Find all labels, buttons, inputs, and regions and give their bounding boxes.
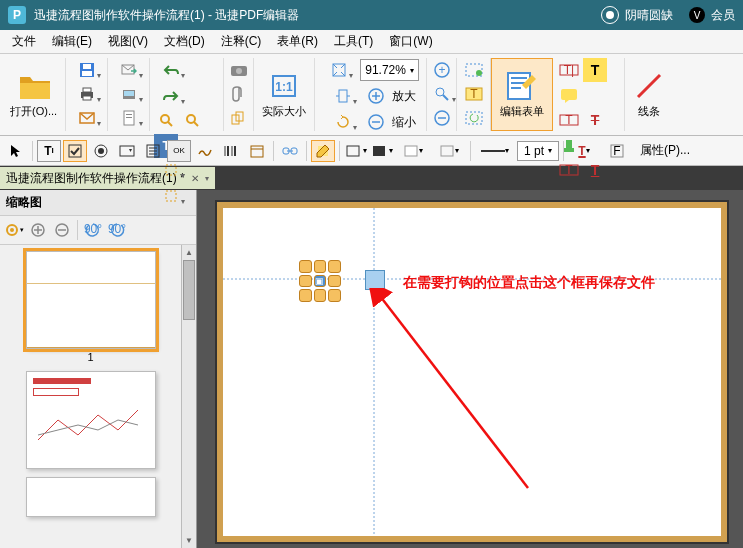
search2-button[interactable]	[180, 108, 204, 132]
edit-form-button[interactable]: 编辑表单	[496, 59, 548, 130]
print-button[interactable]	[70, 82, 104, 106]
barcode-tool[interactable]	[219, 140, 243, 162]
menu-comment[interactable]: 注释(C)	[215, 31, 268, 52]
group-capture	[224, 58, 254, 131]
search-button[interactable]	[154, 108, 178, 132]
menu-edit[interactable]: 编辑(E)	[46, 31, 98, 52]
svg-point-13	[161, 115, 169, 123]
fit-button[interactable]	[322, 58, 356, 82]
highlight-tool[interactable]	[311, 140, 335, 162]
rotate-ccw-icon[interactable]: 90°	[82, 219, 104, 241]
user-icon	[601, 6, 619, 24]
text-tool[interactable]: TI	[37, 140, 61, 162]
svg-text:T: T	[565, 113, 573, 127]
form-checkbox-field[interactable]	[365, 270, 385, 290]
panel-settings-icon[interactable]: ▾	[3, 219, 25, 241]
zoom-plus-button[interactable]: +	[430, 58, 454, 82]
svg-line-93	[380, 296, 528, 488]
actual-size-button[interactable]: 1:1 实际大小	[258, 58, 310, 130]
comment-yellow-icon[interactable]	[557, 84, 581, 108]
lines-button[interactable]: 线条	[629, 58, 669, 130]
rotate-cw-icon[interactable]: 90°	[106, 219, 128, 241]
panel-scrollbar[interactable]: ▲ ▼	[181, 245, 196, 548]
bg-color-tool[interactable]: ▾	[396, 140, 430, 162]
text-frame-icon[interactable]: T	[557, 158, 581, 182]
rotate-button[interactable]	[326, 110, 360, 134]
dropdown-tool[interactable]	[115, 140, 139, 162]
svg-line-35	[443, 95, 448, 100]
reset-form-icon[interactable]	[462, 106, 486, 130]
menu-tools[interactable]: 工具(T)	[328, 31, 379, 52]
scroll-down-icon[interactable]: ▼	[182, 533, 196, 548]
annotation-arrow	[368, 288, 548, 498]
svg-text:F: F	[613, 144, 620, 158]
zoom-arrow-button[interactable]	[425, 82, 459, 106]
thumbnail-page-1[interactable]	[26, 251, 156, 349]
text-yellow-icon[interactable]: T	[583, 58, 607, 82]
group-zoom: 91.72%▾ 放大 缩小	[315, 58, 427, 131]
svg-rect-78	[441, 146, 453, 156]
font-tool[interactable]: F	[602, 140, 632, 162]
style-tool[interactable]: ▾	[432, 140, 466, 162]
signature-tool[interactable]	[193, 140, 217, 162]
zoom-combo[interactable]: 91.72%▾	[360, 59, 419, 81]
open-button[interactable]: 打开(O)...	[6, 58, 61, 130]
menu-file[interactable]: 文件	[6, 31, 42, 52]
radio-tool[interactable]	[89, 140, 113, 162]
document-button[interactable]	[112, 106, 146, 130]
select-rect-icon[interactable]	[462, 58, 486, 82]
line-weight-combo[interactable]: 1 pt▾	[517, 141, 559, 161]
selection-handles[interactable]: ▣	[299, 260, 341, 302]
text-field-icon[interactable]: T|	[557, 58, 581, 82]
date-tool[interactable]	[245, 140, 269, 162]
pointer-tool[interactable]	[4, 140, 28, 162]
canvas-area[interactable]: ▣ 在需要打钩的位置点击这个框再保存文件	[197, 190, 743, 548]
group-actual-size: 1:1 实际大小	[254, 58, 315, 131]
undo-button[interactable]	[154, 58, 188, 82]
svg-rect-46	[511, 87, 521, 89]
fill-color-tool[interactable]: ▾	[370, 140, 394, 162]
font-color-tool[interactable]: T▾	[568, 140, 600, 162]
user-area[interactable]: 阴晴圆缺 V 会员	[601, 6, 735, 24]
scroll-up-icon[interactable]: ▲	[182, 245, 196, 260]
attach-button[interactable]	[227, 82, 251, 106]
page-view[interactable]: ▣ 在需要打钩的位置点击这个框再保存文件	[217, 202, 727, 542]
svg-rect-17	[166, 165, 176, 175]
svg-rect-76	[373, 146, 385, 156]
fit-width-button[interactable]	[326, 84, 360, 108]
strike-icon[interactable]: T	[583, 108, 607, 132]
send-button[interactable]	[112, 58, 146, 82]
menu-document[interactable]: 文档(D)	[158, 31, 211, 52]
workspace: 缩略图 ▾ 90° 90° 1 ▲ ▼	[0, 190, 743, 548]
group-lines: 线条	[625, 58, 673, 131]
crop-button[interactable]	[154, 184, 188, 208]
save-button[interactable]	[70, 58, 104, 82]
highlight-field-icon[interactable]: T	[462, 82, 486, 106]
checkbox-tool[interactable]	[63, 140, 87, 162]
thumbnail-page-3[interactable]	[26, 477, 156, 517]
scan-button[interactable]	[112, 82, 146, 106]
line-color-tool[interactable]: ▾	[344, 140, 368, 162]
select-button[interactable]	[154, 158, 188, 182]
text-box-icon[interactable]: T	[557, 108, 581, 132]
menu-window[interactable]: 窗口(W)	[383, 31, 438, 52]
underline-icon[interactable]: T	[583, 158, 607, 182]
zoom-out-button[interactable]	[364, 110, 388, 134]
menu-form[interactable]: 表单(R)	[271, 31, 324, 52]
line-style-tool[interactable]: ▾	[475, 140, 515, 162]
zoom-in-button[interactable]	[364, 84, 388, 108]
panel-remove-icon[interactable]	[51, 219, 73, 241]
svg-text:1:1: 1:1	[275, 80, 293, 94]
link-tool[interactable]	[278, 140, 302, 162]
email-button[interactable]	[70, 106, 104, 130]
svg-rect-18	[166, 191, 176, 201]
redo-button[interactable]	[154, 84, 188, 108]
thumbnail-page-2[interactable]	[26, 371, 156, 469]
properties-button[interactable]: 属性(P)...	[634, 142, 696, 159]
camera-button[interactable]	[227, 58, 251, 82]
group-icon[interactable]	[227, 106, 251, 130]
zoom-minus-icon[interactable]	[430, 106, 454, 130]
close-tab-icon[interactable]: ✕	[191, 173, 199, 184]
panel-add-icon[interactable]	[27, 219, 49, 241]
menu-view[interactable]: 视图(V)	[102, 31, 154, 52]
